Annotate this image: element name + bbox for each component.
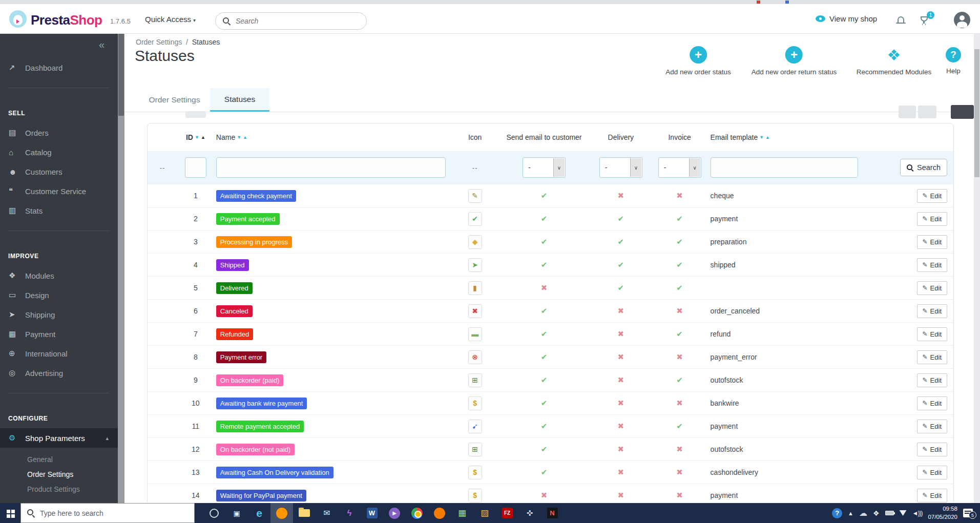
- prestashop-logo[interactable]: PrestaShop: [31, 12, 102, 28]
- delivery-filter-select[interactable]: - ∨: [599, 157, 642, 178]
- send-email-filter-select[interactable]: - ∨: [523, 157, 566, 178]
- sidebar-item-payment[interactable]: ▦Payment: [0, 324, 118, 344]
- sidebar-item-shop-parameters[interactable]: ⚙Shop Parameters▴: [0, 428, 118, 448]
- taskbar-app-firefox-icon[interactable]: [270, 503, 293, 523]
- column-header-email-template[interactable]: Email template ▼ ▲: [705, 123, 890, 151]
- edit-button[interactable]: ✎Edit: [917, 420, 947, 433]
- sort-asc-icon[interactable]: ▲: [243, 135, 247, 140]
- action-center-icon[interactable]: 5: [963, 509, 973, 517]
- sort-desc-icon[interactable]: ▼: [237, 135, 241, 140]
- id-filter-input[interactable]: [185, 157, 206, 178]
- taskbar-app-mail-icon[interactable]: ✉: [316, 503, 338, 523]
- quick-access-menu[interactable]: Quick Access▾: [145, 15, 196, 24]
- page-scrollbar-thumb[interactable]: [974, 49, 979, 177]
- taskbar-app-word-icon[interactable]: W: [361, 503, 383, 523]
- edit-button[interactable]: ✎Edit: [917, 281, 947, 295]
- sidebar-item-modules[interactable]: ❖Modules: [0, 266, 118, 285]
- sidebar-item-orders[interactable]: ▤Orders: [0, 123, 118, 142]
- no-icon: ✖: [676, 445, 683, 454]
- edit-button[interactable]: ✎Edit: [917, 304, 947, 318]
- header-search-input[interactable]: [236, 17, 348, 25]
- edit-button[interactable]: ✎Edit: [917, 189, 947, 203]
- edit-button[interactable]: ✎Edit: [917, 466, 947, 479]
- tab-statuses[interactable]: Statuses: [210, 88, 269, 112]
- action-add-new-order-return-status[interactable]: +Add new order return status: [752, 46, 837, 76]
- edit-button[interactable]: ✎Edit: [917, 443, 947, 456]
- email-template-filter-input[interactable]: [711, 157, 858, 178]
- start-button-icon[interactable]: [7, 510, 10, 513]
- status-badge: Awaiting check payment: [216, 190, 296, 202]
- sidebar-item-international[interactable]: ⊕International: [0, 344, 118, 363]
- sidebar-item-advertising[interactable]: ◎Advertising: [0, 363, 118, 383]
- edit-button[interactable]: ✎Edit: [917, 489, 947, 503]
- filter-search-button[interactable]: Search: [900, 159, 947, 176]
- view-my-shop-link[interactable]: View my shop: [816, 14, 877, 23]
- breadcrumb-parent[interactable]: Order Settings: [136, 38, 182, 46]
- taskbar-app-lightning-icon[interactable]: ϟ: [338, 503, 361, 523]
- taskbar-app-edge-icon[interactable]: e: [248, 503, 270, 523]
- tray-chevron-up-icon[interactable]: ▲: [848, 510, 853, 516]
- onedrive-cloud-icon[interactable]: ☁: [859, 508, 867, 518]
- dropbox-icon[interactable]: ❖: [873, 509, 880, 517]
- trophy-icon[interactable]: [921, 16, 928, 22]
- volume-icon[interactable]: ◄))): [912, 510, 923, 517]
- sort-desc-icon[interactable]: ▼: [759, 135, 764, 140]
- taskbar-app-spreadsheet-icon[interactable]: ▦: [451, 503, 473, 523]
- sidebar-subitem-general[interactable]: General: [0, 452, 118, 467]
- partial-toolbar-button[interactable]: [951, 105, 974, 119]
- partial-toolbar-button[interactable]: [899, 106, 916, 118]
- edit-button[interactable]: ✎Edit: [917, 327, 947, 341]
- no-icon: ✖: [676, 468, 683, 477]
- orders-icon: ▤: [9, 128, 21, 137]
- edit-button[interactable]: ✎Edit: [917, 235, 947, 249]
- taskbar-app-taskview-icon[interactable]: ▣: [225, 503, 248, 523]
- page-scrollbar[interactable]: ▲: [974, 4, 980, 523]
- sidebar-subitem-order-settings[interactable]: Order Settings: [0, 467, 118, 482]
- edit-button[interactable]: ✎Edit: [917, 350, 947, 364]
- action-add-new-order-status[interactable]: +Add new order status: [665, 46, 731, 76]
- name-filter-input[interactable]: [216, 157, 446, 178]
- sidebar-item-design[interactable]: ▭Design: [0, 285, 118, 305]
- taskbar-app-paint-icon[interactable]: ▨: [473, 503, 496, 523]
- taskbar-app-notepad-icon[interactable]: N: [541, 503, 564, 523]
- tab-order-settings[interactable]: Order Settings: [139, 88, 210, 112]
- taskbar-app-chrome-icon[interactable]: [406, 503, 428, 523]
- sidebar-item-customers[interactable]: ☻Customers: [0, 162, 118, 181]
- action-help[interactable]: ?Help: [946, 46, 961, 75]
- sidebar-item-shipping[interactable]: ➤Shipping: [0, 305, 118, 324]
- table-row: 9On backorder (paid)⊞✔✖✔outofstock✎Edit: [148, 368, 953, 391]
- column-header-id[interactable]: ID ▼ ▲: [177, 123, 214, 151]
- sort-asc-icon[interactable]: ▲: [765, 135, 770, 140]
- sidebar-collapse-button[interactable]: «: [99, 39, 105, 51]
- sidebar-item-stats[interactable]: ▥Stats: [0, 201, 118, 220]
- sidebar-item-customer-service[interactable]: ❝Customer Service: [0, 181, 118, 201]
- notifications-bell-icon[interactable]: [898, 16, 904, 23]
- taskbar-app-tools-icon[interactable]: ✜: [518, 503, 541, 523]
- taskbar-app-cortana-icon[interactable]: [203, 503, 225, 523]
- edit-button[interactable]: ✎Edit: [917, 258, 947, 272]
- taskbar-app-media-player-icon[interactable]: ▶: [383, 503, 406, 523]
- edit-button[interactable]: ✎Edit: [917, 396, 947, 410]
- user-avatar[interactable]: [954, 12, 970, 28]
- taskbar-app-filezilla-icon[interactable]: FZ: [496, 503, 518, 523]
- sort-desc-icon[interactable]: ▼: [195, 135, 199, 140]
- sidebar-scrollbar[interactable]: [118, 34, 124, 523]
- help-bubble-icon[interactable]: ?: [832, 508, 842, 518]
- sidebar-item-dashboard[interactable]: ↗Dashboard: [0, 58, 118, 77]
- taskbar-search[interactable]: Type here to search: [20, 503, 195, 523]
- taskbar-app-explorer-icon[interactable]: [293, 503, 316, 523]
- battery-icon[interactable]: [885, 511, 894, 515]
- taskbar-clock[interactable]: 09:58 07/05/2020: [928, 505, 957, 521]
- partial-toolbar-button[interactable]: [918, 106, 936, 118]
- sort-asc-icon[interactable]: ▲: [201, 135, 205, 140]
- edit-button[interactable]: ✎Edit: [917, 373, 947, 387]
- sidebar-subitem-product-settings[interactable]: Product Settings: [0, 482, 118, 496]
- sidebar-item-catalog[interactable]: ⌂Catalog: [0, 142, 118, 162]
- action-recommended-modules[interactable]: ❖Recommended Modules: [857, 46, 931, 76]
- sidebar-scrollbar-thumb[interactable]: [118, 34, 124, 116]
- taskbar-app-orange-app-icon[interactable]: [428, 503, 451, 523]
- wifi-icon[interactable]: [900, 510, 907, 516]
- invoice-filter-select[interactable]: - ∨: [658, 157, 701, 178]
- column-header-name[interactable]: Name ▼ ▲: [214, 123, 449, 151]
- edit-button[interactable]: ✎Edit: [917, 212, 947, 226]
